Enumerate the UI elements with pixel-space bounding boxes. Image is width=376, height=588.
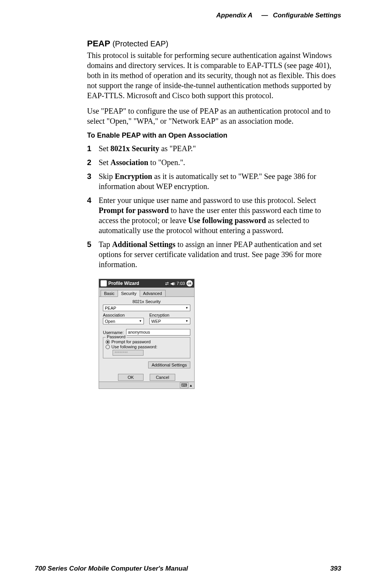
bottom-bar: ⌨ ▲ (99, 382, 194, 389)
step-text: Set 8021x Security as "PEAP." (99, 143, 341, 153)
radio-usefollowing[interactable]: Use following password: (106, 344, 188, 349)
encryption-value: WEP (151, 319, 161, 324)
radio-label: Use following password: (111, 344, 157, 349)
security-dropdown[interactable]: PEAP ▼ (103, 305, 190, 311)
keyboard-icon[interactable]: ⌨ (180, 382, 188, 388)
page-header: Appendix A — Configurable Settings (35, 12, 341, 19)
radio-icon (106, 340, 110, 344)
ok-dialog-button[interactable]: OK (118, 374, 144, 381)
connectivity-icon[interactable]: ⇄ (165, 281, 169, 286)
section-subtitle: (Protected EAP) (113, 39, 169, 48)
step-number: 5 (87, 239, 96, 269)
association-value: Open (105, 319, 115, 324)
association-dropdown[interactable]: Open ▼ (103, 318, 144, 324)
radio-prompt[interactable]: Prompt for password (106, 339, 188, 344)
screenshot-container: ⊞ Profile Wizard ⇄ ◀ᴇ 7:03 ok Basic Secu… (99, 279, 341, 389)
step-text: Tap Additional Settings to assign an inn… (99, 239, 341, 269)
tab-content: 8021x Security PEAP ▼ Association Open ▼… (99, 297, 194, 372)
tab-bar: Basic Security Advanced (99, 288, 194, 297)
step-text: Set Association to "Open.". (99, 157, 341, 167)
additional-settings-button[interactable]: Additional Settings (148, 361, 190, 368)
step-number: 1 (87, 143, 96, 153)
step-3: 3 Skip Encryption as it is automatically… (87, 171, 341, 191)
header-dash: — (261, 12, 268, 19)
password-input[interactable]: ******** (113, 350, 144, 356)
cancel-button[interactable]: Cancel (150, 374, 175, 381)
password-legend: Password (106, 334, 126, 339)
section-title-main: PEAP (87, 39, 110, 48)
step-2: 2 Set Association to "Open.". (87, 157, 341, 167)
chevron-down-icon: ▼ (185, 319, 188, 323)
step-number: 3 (87, 171, 96, 191)
paragraph-1: This protocol is suitable for performing… (87, 50, 341, 101)
radio-icon (106, 345, 110, 349)
subsection-title: To Enable PEAP with an Open Association (87, 131, 341, 140)
password-fieldset: Password Prompt for password Use followi… (103, 337, 190, 358)
encryption-label: Encryption (149, 313, 190, 317)
radio-label: Prompt for password (111, 339, 150, 344)
titlebar: ⊞ Profile Wizard ⇄ ◀ᴇ 7:03 ok (99, 279, 194, 288)
step-text: Enter your unique user name and password… (99, 195, 341, 235)
step-text: Skip Encryption as it is automatically s… (99, 171, 341, 191)
security-value: PEAP (105, 306, 116, 310)
username-label: Username: (103, 330, 124, 335)
volume-icon[interactable]: ◀ᴇ (170, 281, 175, 286)
clock-time[interactable]: 7:03 (177, 281, 185, 286)
dialog-buttons: OK Cancel (99, 372, 194, 382)
window-title: Profile Wizard (108, 281, 165, 286)
username-input[interactable]: anonymous (126, 329, 190, 336)
device-screen: ⊞ Profile Wizard ⇄ ◀ᴇ 7:03 ok Basic Secu… (99, 279, 195, 389)
step-number: 4 (87, 195, 96, 235)
page-footer: 700 Series Color Mobile Computer User's … (35, 565, 341, 573)
up-arrow-icon[interactable]: ▲ (189, 383, 193, 387)
encryption-dropdown[interactable]: WEP ▼ (149, 318, 190, 324)
tab-basic[interactable]: Basic (101, 290, 118, 297)
step-number: 2 (87, 157, 96, 167)
appendix-label: Appendix A (216, 12, 253, 19)
chevron-down-icon: ▼ (185, 306, 188, 310)
content-area: PEAP (Protected EAP) This protocol is su… (87, 39, 341, 389)
security-label: 8021x Security (103, 299, 190, 304)
paragraph-2: Use "PEAP" to configure the use of PEAP … (87, 106, 341, 126)
start-icon[interactable]: ⊞ (101, 280, 107, 286)
page-number: 393 (330, 565, 341, 573)
ok-button[interactable]: ok (186, 280, 193, 286)
tab-security[interactable]: Security (118, 290, 140, 297)
step-4: 4 Enter your unique user name and passwo… (87, 195, 341, 235)
association-label: Association (103, 313, 144, 317)
step-5: 5 Tap Additional Settings to assign an i… (87, 239, 341, 269)
manual-title: 700 Series Color Mobile Computer User's … (35, 565, 188, 573)
chevron-down-icon: ▼ (139, 319, 142, 323)
section-title: PEAP (Protected EAP) (87, 39, 341, 49)
tab-advanced[interactable]: Advanced (140, 290, 166, 297)
header-title: Configurable Settings (273, 12, 341, 19)
step-1: 1 Set 8021x Security as "PEAP." (87, 143, 341, 153)
